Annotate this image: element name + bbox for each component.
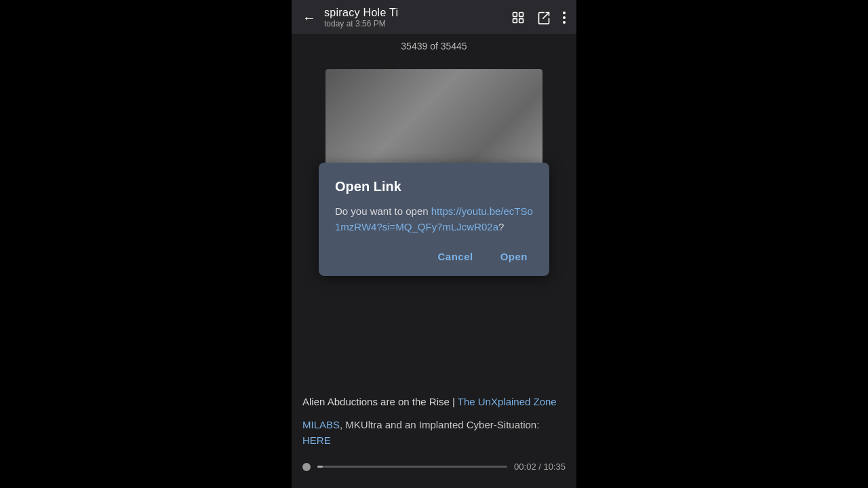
message-counter: 35439 of 35445: [292, 34, 576, 56]
time-display: 00:02 / 10:35: [514, 462, 566, 472]
content-area: Open Link Do you want to open https://yo…: [292, 56, 576, 384]
audio-player: 00:02 / 10:35: [302, 456, 566, 477]
cancel-button[interactable]: Cancel: [432, 248, 478, 265]
dialog-title: Open Link: [335, 179, 533, 195]
bottom-content: Alien Abductions are on the Rise | The U…: [292, 384, 576, 489]
post-title-link[interactable]: The UnXplained Zone: [458, 396, 557, 407]
dialog-body: Do you want to open https://youtu.be/ecT…: [335, 204, 533, 235]
three-dot-icon: [563, 12, 566, 24]
dialog-actions: Cancel Open: [335, 248, 533, 265]
top-bar-right: [511, 11, 566, 24]
top-bar-title: spiracy Hole Ti today at 3:56 PM: [324, 7, 398, 28]
svg-rect-2: [519, 19, 524, 23]
post-title: Alien Abductions are on the Rise | The U…: [302, 394, 566, 410]
phone-frame: ← spiracy Hole Ti today at 3:56 PM: [292, 0, 576, 488]
share-icon: [537, 11, 551, 24]
playhead-dot: [302, 463, 311, 471]
milabs-link[interactable]: MILABS: [302, 419, 340, 430]
open-button[interactable]: Open: [495, 248, 533, 265]
expand-icon: [511, 11, 525, 24]
post-subtitle: MILABS, MKUltra and an Implanted Cyber-S…: [302, 418, 566, 448]
dialog-overlay: Open Link Do you want to open https://yo…: [292, 56, 576, 384]
svg-rect-3: [513, 19, 517, 23]
svg-rect-0: [513, 13, 517, 17]
more-options-button[interactable]: [563, 12, 566, 24]
top-bar-left: ← spiracy Hole Ti today at 3:56 PM: [302, 7, 398, 28]
back-button[interactable]: ←: [302, 10, 316, 26]
progress-fill: [317, 466, 323, 468]
here-link[interactable]: HERE: [302, 434, 331, 446]
channel-name: spiracy Hole Ti: [324, 7, 398, 19]
share-button[interactable]: [537, 11, 551, 24]
expand-button[interactable]: [511, 11, 525, 24]
open-link-dialog: Open Link Do you want to open https://yo…: [319, 163, 549, 276]
top-bar: ← spiracy Hole Ti today at 3:56 PM: [292, 0, 576, 34]
progress-bar[interactable]: [317, 466, 507, 468]
timestamp: today at 3:56 PM: [324, 19, 398, 28]
svg-rect-1: [519, 13, 524, 17]
